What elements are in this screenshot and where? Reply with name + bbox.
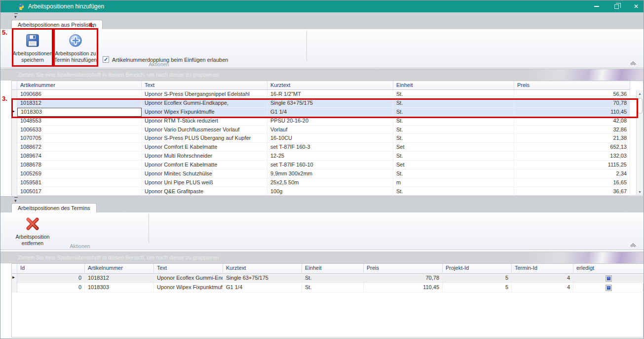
cell[interactable]: 1006633 xyxy=(17,126,142,134)
scroll-up-icon[interactable]: ▲ xyxy=(637,90,644,97)
cell[interactable]: 4 xyxy=(512,274,573,283)
cell[interactable]: Uponor Multi Rohrschneider xyxy=(142,152,267,161)
cell[interactable]: Uponor S-Press Übergangsnippel Edelstahl xyxy=(142,90,267,99)
cell[interactable]: Uponor Ecoflex Gummi-Endkap... xyxy=(154,274,223,283)
cell[interactable]: 16,65 xyxy=(514,178,630,187)
column-header[interactable]: erledigt xyxy=(573,264,644,274)
cell[interactable]: 110,45 xyxy=(514,108,630,117)
cell[interactable]: 42,08 xyxy=(514,117,630,126)
cell[interactable]: 1070705 xyxy=(17,134,142,143)
cell[interactable]: 1018312 xyxy=(17,99,142,108)
cell[interactable]: Uponor Minitec Schutzhülse xyxy=(142,170,267,178)
cell[interactable]: 1089674 xyxy=(17,152,142,161)
column-header[interactable]: Termin-Id xyxy=(512,264,573,274)
cell[interactable]: 1005017 xyxy=(17,187,142,196)
column-header[interactable]: Artikelnummer xyxy=(85,264,154,274)
cell[interactable]: 0 xyxy=(17,283,85,293)
table-row[interactable]: 1088678Uponor Comfort E Kabelmatteset T-… xyxy=(12,161,643,170)
cell[interactable]: Uponor Comfort E Kabelmatte xyxy=(142,161,267,170)
cell[interactable]: Uponor RTM T-Stück reduziert xyxy=(142,117,267,126)
cell[interactable]: 132,03 xyxy=(514,152,630,161)
close-button[interactable]: ✕ xyxy=(632,2,641,11)
column-header[interactable]: Kurztext xyxy=(223,264,302,274)
table-row[interactable]: 01018303Uponor Wipex FixpunktmuffeG1 1/4… xyxy=(12,283,643,293)
cell[interactable]: Uponor Q&E Grafitpaste xyxy=(142,187,267,196)
cell[interactable]: 110,45 xyxy=(364,283,443,293)
cell[interactable]: Uponor S-Press PLUS Übergang auf Kupfer xyxy=(142,134,267,143)
cell[interactable]: 1059581 xyxy=(17,178,142,187)
cell[interactable]: 70,78 xyxy=(364,274,443,283)
table-row[interactable]: 1088672Uponor Comfort E Kabelmatteset T-… xyxy=(12,143,643,152)
erledigt-checkbox-icon[interactable] xyxy=(606,285,612,291)
cell[interactable]: 21,38 xyxy=(514,134,630,143)
cell[interactable]: Set xyxy=(393,161,514,170)
cell[interactable]: set T-87IF 160-10 xyxy=(267,161,393,170)
cell[interactable]: 1018312 xyxy=(85,274,154,283)
cell[interactable]: 1048553 xyxy=(17,117,142,126)
cell[interactable] xyxy=(573,283,644,293)
cell[interactable] xyxy=(573,274,644,283)
cell[interactable]: 16-R 1/2"MT xyxy=(267,90,393,99)
cell[interactable]: 1005269 xyxy=(17,170,142,178)
cell[interactable]: set T-87IF 160-3 xyxy=(267,143,393,152)
restore-button[interactable] xyxy=(612,2,621,11)
cell[interactable]: St. xyxy=(393,126,514,134)
column-header[interactable]: Einheit xyxy=(302,264,364,274)
vertical-scrollbar[interactable]: ▲ ▼ xyxy=(636,90,643,195)
cell[interactable]: 1088672 xyxy=(17,143,142,152)
column-header[interactable]: Kurztext xyxy=(267,81,393,90)
table-row[interactable]: 01018312Uponor Ecoflex Gummi-Endkap...Si… xyxy=(12,274,643,283)
cell[interactable]: Uponor Uni Pipe PLUS weiß xyxy=(142,178,267,187)
cell[interactable]: 652,13 xyxy=(514,143,630,152)
remove-arbeitsposition-button[interactable]: Arbeitsposition entfernen xyxy=(13,213,52,246)
cell[interactable]: 36,67 xyxy=(514,187,630,196)
cell[interactable]: 56,36 xyxy=(514,90,630,99)
cell[interactable]: Uponor Wipex Fixpunktmuffe xyxy=(142,108,267,117)
cell[interactable]: Single 63+75/175 xyxy=(223,274,302,283)
groupby-panel-bottom[interactable]: Ziehen Sie eine Spaltenüberschrift in di… xyxy=(0,252,644,263)
save-arbeitspositionen-button[interactable]: Arbeitspositionen speichern xyxy=(13,30,52,63)
tab-arbeitspositionen-des-termins[interactable]: Arbeitspositionen des Termins xyxy=(11,203,97,212)
add-arbeitsposition-zu-termin-button[interactable]: Arbeitsposition zu Termin hinzufügen xyxy=(54,30,97,63)
cell[interactable]: St. xyxy=(393,99,514,108)
cell[interactable]: St. xyxy=(393,134,514,143)
scroll-down-icon[interactable]: ▼ xyxy=(637,188,644,195)
cell[interactable]: Single 63+75/175 xyxy=(267,99,393,108)
erledigt-checkbox-icon[interactable] xyxy=(606,275,612,282)
cell[interactable]: 2,34 xyxy=(514,170,630,178)
cell[interactable]: St. xyxy=(393,187,514,196)
cell[interactable]: 32,86 xyxy=(514,126,630,134)
cell[interactable]: Uponor Comfort E Kabelmatte xyxy=(142,143,267,152)
cell[interactable]: St. xyxy=(393,117,514,126)
collapse-ribbon-chevron-icon-2[interactable] xyxy=(630,242,637,247)
cell[interactable]: 1090686 xyxy=(17,90,142,99)
cell[interactable]: 70,78 xyxy=(514,99,630,108)
cell[interactable]: 100g xyxy=(267,187,393,196)
table-row[interactable]: 1048553Uponor RTM T-Stück reduziertPPSU … xyxy=(12,117,643,126)
cell[interactable]: 0 xyxy=(17,274,85,283)
cell[interactable]: St. xyxy=(393,170,514,178)
cell[interactable]: PPSU 20-16-20 xyxy=(267,117,393,126)
column-header[interactable]: Text xyxy=(154,264,223,274)
cell[interactable]: Uponor Ecoflex Gummi-Endkappe, xyxy=(142,99,267,108)
cell[interactable]: 1115,25 xyxy=(514,161,630,170)
column-header[interactable]: Text xyxy=(142,81,267,90)
cell[interactable]: Vorlauf xyxy=(267,126,393,134)
cell[interactable]: St. xyxy=(393,152,514,161)
cell[interactable]: 5 xyxy=(443,274,512,283)
cell[interactable]: 1018303 xyxy=(85,283,154,293)
column-header[interactable]: Projekt-Id xyxy=(443,264,512,274)
cell[interactable]: 4 xyxy=(512,283,573,293)
cell[interactable]: 9,9mm 300x2mm xyxy=(267,170,393,178)
quick-access-dropdown-icon[interactable]: ▾ xyxy=(14,13,18,19)
column-header[interactable]: Einheit xyxy=(393,81,514,90)
column-header[interactable]: Id xyxy=(17,264,85,274)
cell[interactable]: 5 xyxy=(443,283,512,293)
table-row[interactable]: 1005269Uponor Minitec Schutzhülse9,9mm 3… xyxy=(12,170,643,178)
minimize-button[interactable] xyxy=(592,2,601,11)
cell[interactable]: St. xyxy=(302,274,364,283)
cell[interactable]: 1088678 xyxy=(17,161,142,170)
cell[interactable]: St. xyxy=(393,108,514,117)
cell[interactable]: Set xyxy=(393,143,514,152)
column-header[interactable]: Preis xyxy=(364,264,443,274)
